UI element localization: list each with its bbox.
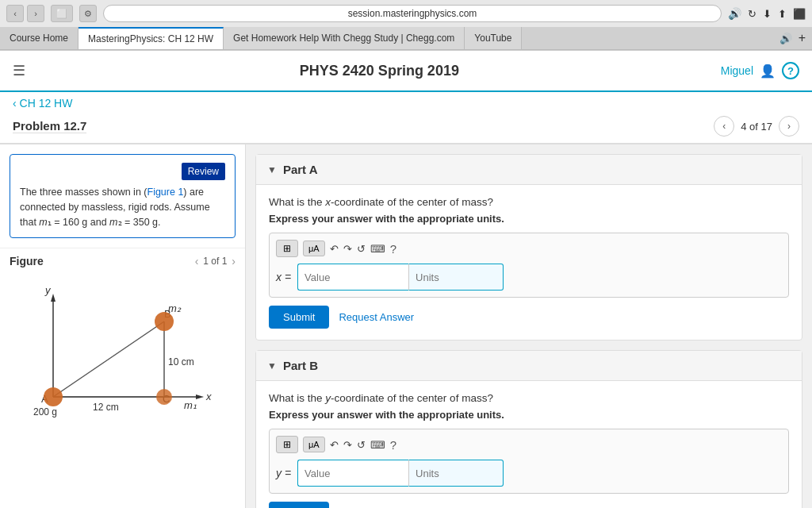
tab-chegg-label: Get Homework Help With Chegg Study | Che…	[233, 33, 454, 44]
svg-line-12	[53, 321, 164, 397]
svg-text:m₁: m₁	[184, 399, 197, 411]
grid-button-b[interactable]: ⊞	[276, 436, 298, 453]
grid-icon-b: ⊞	[283, 439, 291, 450]
figure-diagram: y x A C B m₁ m₂ 200 g 12 cm 10 cm	[10, 274, 224, 421]
extensions-button[interactable]: ⚙	[79, 5, 97, 22]
tab-button[interactable]: ⬜	[51, 5, 73, 22]
problem-description: The three masses shown in (Figure 1) are…	[20, 185, 225, 229]
figure-prev-button[interactable]: ‹	[195, 255, 199, 267]
app-title: PHYS 2420 Spring 2019	[38, 63, 721, 79]
grid-button-a[interactable]: ⊞	[276, 240, 298, 257]
figure-link[interactable]: Figure 1	[147, 187, 184, 198]
part-b-question: What is the y-coordinate of the center o…	[269, 392, 789, 404]
svg-marker-1	[51, 294, 56, 302]
part-a-value-input[interactable]	[297, 264, 408, 291]
problem-page: 4 of 17	[741, 121, 772, 133]
part-b-value-input[interactable]	[297, 460, 408, 487]
user-avatar-icon: 👤	[760, 64, 776, 79]
part-b-section: ▼ Part B What is the y-coordinate of the…	[255, 350, 802, 508]
figure-page: 1 of 1	[203, 256, 227, 267]
tab-course-home-label: Course Home	[10, 33, 68, 44]
svg-text:x: x	[205, 391, 212, 402]
refresh-icon[interactable]: ↻	[748, 8, 756, 20]
help-button-a[interactable]: ?	[390, 242, 396, 256]
part-a-label: Part A	[283, 163, 318, 176]
svg-point-17	[44, 387, 63, 406]
download-icon[interactable]: ⬇	[763, 8, 772, 20]
svg-text:10 cm: 10 cm	[168, 356, 194, 368]
figure-next-button[interactable]: ›	[232, 255, 236, 267]
problem-title: Problem 12.7	[13, 119, 86, 133]
svg-marker-3	[196, 394, 204, 399]
undo-button-a[interactable]: ↶	[330, 243, 339, 255]
reset-button-b[interactable]: ↺	[357, 439, 366, 451]
next-problem-button[interactable]: ›	[779, 116, 799, 137]
prev-problem-button[interactable]: ‹	[714, 116, 734, 137]
svg-point-19	[155, 312, 174, 331]
part-a-section: ▼ Part A What is the x-coordinate of the…	[255, 154, 802, 341]
svg-point-18	[156, 389, 172, 405]
tab-youtube[interactable]: YouTube	[465, 27, 522, 49]
redo-button-a[interactable]: ↷	[343, 243, 352, 255]
mu-button-b[interactable]: μΑ	[303, 437, 325, 452]
mu-label-b: μΑ	[308, 440, 320, 449]
part-a-question: What is the x-coordinate of the center o…	[269, 196, 789, 208]
help-button[interactable]: ?	[782, 62, 799, 79]
window-icon[interactable]: ⬛	[793, 8, 806, 20]
redo-button-b[interactable]: ↷	[343, 439, 352, 451]
tab-mastering-label: MasteringPhysics: CH 12 HW	[88, 33, 213, 44]
help-button-b[interactable]: ?	[390, 438, 396, 452]
mu-button-a[interactable]: μΑ	[303, 241, 325, 256]
tab-mastering[interactable]: MasteringPhysics: CH 12 HW	[79, 27, 224, 49]
tab-course-home[interactable]: Course Home	[0, 27, 79, 49]
add-tab-button[interactable]: +	[799, 31, 806, 45]
keyboard-button-a[interactable]: ⌨	[370, 243, 385, 255]
part-a-submit-button[interactable]: Submit	[269, 306, 329, 329]
address-bar[interactable]: session.masteringphysics.com	[103, 5, 722, 22]
reset-button-a[interactable]: ↺	[357, 243, 366, 255]
part-a-instruction: Express your answer with the appropriate…	[269, 213, 789, 225]
svg-text:m₂: m₂	[168, 302, 182, 314]
figure-title: Figure	[10, 255, 44, 267]
part-b-units-input[interactable]	[408, 460, 504, 487]
svg-text:12 cm: 12 cm	[93, 402, 119, 413]
part-b-answer-area: ⊞ μΑ ↶ ↷ ↺ ⌨ ? y =	[269, 429, 789, 494]
breadcrumb-link[interactable]: ‹ CH 12 HW	[13, 97, 72, 110]
part-a-answer-area: ⊞ μΑ ↶ ↷ ↺ ⌨ ? x =	[269, 233, 789, 298]
part-a-var-label: x =	[276, 271, 291, 283]
forward-button[interactable]: ›	[27, 5, 44, 22]
review-badge: Review	[182, 163, 225, 180]
username: Miguel	[721, 64, 753, 77]
volume-tab-icon[interactable]: 🔊	[779, 33, 792, 44]
part-a-units-input[interactable]	[408, 264, 504, 291]
part-b-label: Part B	[283, 359, 318, 372]
part-b-var-label: y =	[276, 467, 291, 479]
tab-youtube-label: YouTube	[474, 33, 511, 44]
share-icon[interactable]: ⬆	[778, 8, 787, 20]
back-button[interactable]: ‹	[6, 5, 24, 22]
keyboard-button-b[interactable]: ⌨	[370, 439, 385, 451]
grid-icon-a: ⊞	[283, 243, 291, 254]
part-a-request-answer[interactable]: Request Answer	[339, 311, 414, 323]
mu-label-a: μΑ	[308, 244, 320, 253]
svg-text:y: y	[44, 284, 52, 296]
tab-chegg[interactable]: Get Homework Help With Chegg Study | Che…	[224, 27, 465, 49]
part-a-toggle[interactable]: ▼	[267, 164, 277, 175]
part-b-toggle[interactable]: ▼	[267, 360, 277, 371]
undo-button-b[interactable]: ↶	[330, 439, 339, 451]
part-b-instruction: Express your answer with the appropriate…	[269, 409, 789, 421]
volume-icon[interactable]: 🔊	[728, 7, 741, 20]
hamburger-menu[interactable]: ☰	[13, 62, 25, 79]
part-b-submit-button[interactable]: Submit	[269, 502, 329, 508]
svg-text:200 g: 200 g	[33, 406, 57, 418]
